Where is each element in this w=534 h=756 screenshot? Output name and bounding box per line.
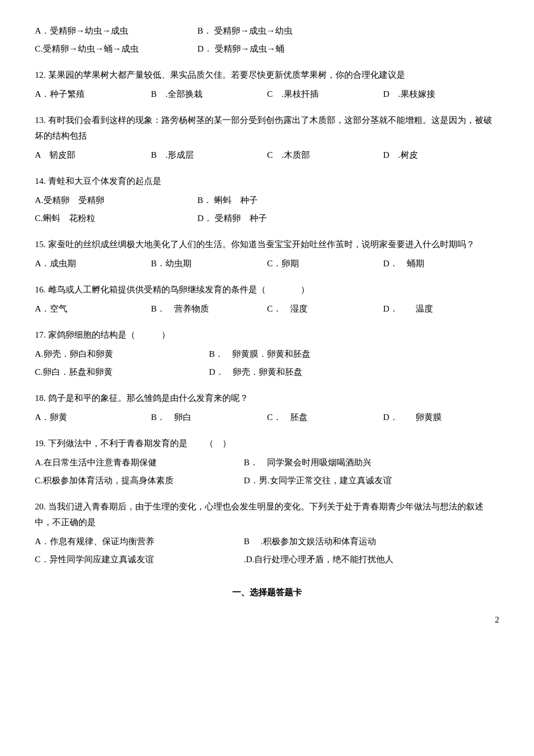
q12-option-c: C .果枝扦插: [267, 86, 383, 102]
q12-option-d: D .果枝嫁接: [383, 86, 499, 102]
q11-options-row2: C.受精卵→幼虫→蛹→成虫 D． 受精卵→成虫→蛹: [35, 41, 499, 57]
q15-number: 15: [35, 240, 44, 249]
q20-option-d: .D.自行处理心理矛盾，绝不能打扰他人: [244, 552, 453, 567]
q14-text: 14. 青蛙和大豆个体发育的起点是: [35, 173, 499, 189]
section-title: 一、选择题答题卡: [35, 585, 499, 601]
q17-option-c: C.卵白．胚盘和卵黄: [35, 364, 209, 380]
q11-option-c: C.受精卵→幼虫→蛹→成虫: [35, 41, 197, 57]
q15-option-b: B．幼虫期: [151, 256, 267, 272]
question-19: 19. 下列做法中，不利于青春期发育的是 （ ） A.在日常生活中注意青春期保健…: [35, 436, 499, 489]
q19-text: 19. 下列做法中，不利于青春期发育的是 （ ）: [35, 436, 499, 451]
q13-option-a: A 韧皮部: [35, 147, 151, 163]
question-14: 14. 青蛙和大豆个体发育的起点是 A.受精卵 受精卵 B． 蝌蚪 种子 C.蝌…: [35, 173, 499, 226]
q20-options-row2: C．异性同学间应建立真诚友谊 .D.自行处理心理矛盾，绝不能打扰他人: [35, 552, 499, 567]
q14-option-a: A.受精卵 受精卵: [35, 193, 197, 208]
q19-option-a: A.在日常生活中注意青春期保健: [35, 455, 244, 471]
q20-body: 当我们进入青春期后，由于生理的变化，心理也会发生明显的变化。下列关于处于青春期青…: [35, 502, 484, 527]
q12-option-b: B .全部换栽: [151, 86, 267, 102]
q13-option-c: C .木质部: [267, 147, 383, 163]
q13-option-d: D .树皮: [383, 147, 499, 163]
q17-number: 17: [35, 330, 44, 339]
question-16: 16. 雌鸟或人工孵化箱提供供受精的鸟卵继续发育的条件是（ ） A．空气 B． …: [35, 282, 499, 317]
q14-option-c: C.蝌蚪 花粉粒: [35, 211, 197, 226]
question-11-options: A．受精卵→幼虫→成虫 B． 受精卵→成虫→幼虫 C.受精卵→幼虫→蛹→成虫 D…: [35, 23, 499, 57]
q19-option-d: D．男.女同学正常交往，建立真诚友谊: [244, 473, 453, 489]
q16-number: 16: [35, 285, 44, 294]
q18-body: 鸽子是和平的象征。那么雏鸽是由什么发育来的呢？: [48, 393, 248, 403]
q20-number: 20: [35, 502, 44, 511]
q13-body: 有时我们会看到这样的现象：路旁杨树茎的某一部分受到创伤露出了木质部，这部分茎就不…: [35, 115, 492, 140]
q11-option-a: A．受精卵→幼虫→成虫: [35, 23, 197, 39]
q19-number: 19: [35, 439, 44, 448]
q17-body: 家鸽卵细胞的结构是（ ）: [48, 330, 170, 339]
q17-option-d: D． 卵壳．卵黄和胚盘: [209, 364, 383, 380]
q16-text: 16. 雌鸟或人工孵化箱提供供受精的鸟卵继续发育的条件是（ ）: [35, 282, 499, 298]
q11-option-d: D． 受精卵→成虫→蛹: [197, 41, 360, 57]
q18-options: A．卵黄 B． 卵白 C． 胚盘 D． 卵黄膜: [35, 410, 499, 425]
q16-option-a: A．空气: [35, 301, 151, 317]
q11-option-b: B． 受精卵→成虫→幼虫: [197, 23, 360, 39]
q19-options-row1: A.在日常生活中注意青春期保健 B． 同学聚会时用吸烟喝酒助兴: [35, 455, 499, 471]
q16-option-b: B． 营养物质: [151, 301, 267, 317]
question-13: 13. 有时我们会看到这样的现象：路旁杨树茎的某一部分受到创伤露出了木质部，这部…: [35, 113, 499, 163]
q17-options-row1: A.卵壳．卵白和卵黄 B． 卵黄膜．卵黄和胚盘: [35, 346, 499, 362]
q20-options-row1: A．作息有规律、保证均衡营养 B .积极参加文娱活动和体育运动: [35, 534, 499, 549]
q17-option-b: B． 卵黄膜．卵黄和胚盘: [209, 346, 383, 362]
q15-option-c: C．卵期: [267, 256, 383, 272]
q12-number: 12: [35, 70, 44, 79]
q13-option-b: B .形成层: [151, 147, 267, 163]
q13-number: 13: [35, 115, 44, 125]
q17-text: 17. 家鸽卵细胞的结构是（ ）: [35, 327, 499, 343]
q17-options-row2: C.卵白．胚盘和卵黄 D． 卵壳．卵黄和胚盘: [35, 364, 499, 380]
question-12: 12. 某果园的苹果树大都产量较低、果实品质欠佳。若要尽快更新优质苹果树，你的合…: [35, 67, 499, 102]
q13-text: 13. 有时我们会看到这样的现象：路旁杨树茎的某一部分受到创伤露出了木质部，这部…: [35, 113, 499, 144]
question-18: 18. 鸽子是和平的象征。那么雏鸽是由什么发育来的呢？ A．卵黄 B． 卵白 C…: [35, 390, 499, 425]
q20-option-c: C．异性同学间应建立真诚友谊: [35, 552, 244, 567]
q15-option-a: A．成虫期: [35, 256, 151, 272]
question-20: 20. 当我们进入青春期后，由于生理的变化，心理也会发生明显的变化。下列关于处于…: [35, 499, 499, 567]
q20-option-a: A．作息有规律、保证均衡营养: [35, 534, 244, 549]
q15-text: 15. 家蚕吐的丝织成丝绸极大地美化了人们的生活。你知道当蚕宝宝开始吐丝作茧时，…: [35, 237, 499, 252]
q15-body: 家蚕吐的丝织成丝绸极大地美化了人们的生活。你知道当蚕宝宝开始吐丝作茧时，说明家蚕…: [48, 240, 475, 249]
q19-options-row2: C.积极参加体育活动，提高身体素质 D．男.女同学正常交往，建立真诚友谊: [35, 473, 499, 489]
q11-options-row1: A．受精卵→幼虫→成虫 B． 受精卵→成虫→幼虫: [35, 23, 499, 39]
q14-options-row2: C.蝌蚪 花粉粒 D． 受精卵 种子: [35, 211, 499, 226]
q14-option-b: B． 蝌蚪 种子: [197, 193, 360, 208]
q16-option-c: C． 湿度: [267, 301, 383, 317]
q18-number: 18: [35, 393, 44, 403]
q12-body: 某果园的苹果树大都产量较低、果实品质欠佳。若要尽快更新优质苹果树，你的合理化建议…: [48, 70, 405, 79]
q14-number: 14: [35, 176, 44, 186]
q16-options: A．空气 B． 营养物质 C． 湿度 D． 温度: [35, 301, 499, 317]
q18-text: 18. 鸽子是和平的象征。那么雏鸽是由什么发育来的呢？: [35, 390, 499, 406]
page-number: 2: [35, 612, 499, 628]
q15-options: A．成虫期 B．幼虫期 C．卵期 D． 蛹期: [35, 256, 499, 272]
q12-option-a: A．种子繁殖: [35, 86, 151, 102]
q20-option-b: B .积极参加文娱活动和体育运动: [244, 534, 453, 549]
q19-option-b: B． 同学聚会时用吸烟喝酒助兴: [244, 455, 453, 471]
q16-option-d: D． 温度: [383, 301, 499, 317]
q14-options-row1: A.受精卵 受精卵 B． 蝌蚪 种子: [35, 193, 499, 208]
q18-option-a: A．卵黄: [35, 410, 151, 425]
q19-body: 下列做法中，不利于青春期发育的是 （ ）: [48, 439, 231, 448]
q14-option-d: D． 受精卵 种子: [197, 211, 360, 226]
question-15: 15. 家蚕吐的丝织成丝绸极大地美化了人们的生活。你知道当蚕宝宝开始吐丝作茧时，…: [35, 237, 499, 272]
q17-option-a: A.卵壳．卵白和卵黄: [35, 346, 209, 362]
q18-option-b: B． 卵白: [151, 410, 267, 425]
q16-body: 雌鸟或人工孵化箱提供供受精的鸟卵继续发育的条件是（ ）: [48, 285, 309, 294]
q19-option-c: C.积极参加体育活动，提高身体素质: [35, 473, 244, 489]
q12-text: 12. 某果园的苹果树大都产量较低、果实品质欠佳。若要尽快更新优质苹果树，你的合…: [35, 67, 499, 83]
q18-option-c: C． 胚盘: [267, 410, 383, 425]
question-17: 17. 家鸽卵细胞的结构是（ ） A.卵壳．卵白和卵黄 B． 卵黄膜．卵黄和胚盘…: [35, 327, 499, 380]
q20-text: 20. 当我们进入青春期后，由于生理的变化，心理也会发生明显的变化。下列关于处于…: [35, 499, 499, 530]
q15-option-d: D． 蛹期: [383, 256, 499, 272]
q13-options: A 韧皮部 B .形成层 C .木质部 D .树皮: [35, 147, 499, 163]
q18-option-d: D． 卵黄膜: [383, 410, 499, 425]
q12-options: A．种子繁殖 B .全部换栽 C .果枝扦插 D .果枝嫁接: [35, 86, 499, 102]
q14-body: 青蛙和大豆个体发育的起点是: [48, 176, 161, 186]
